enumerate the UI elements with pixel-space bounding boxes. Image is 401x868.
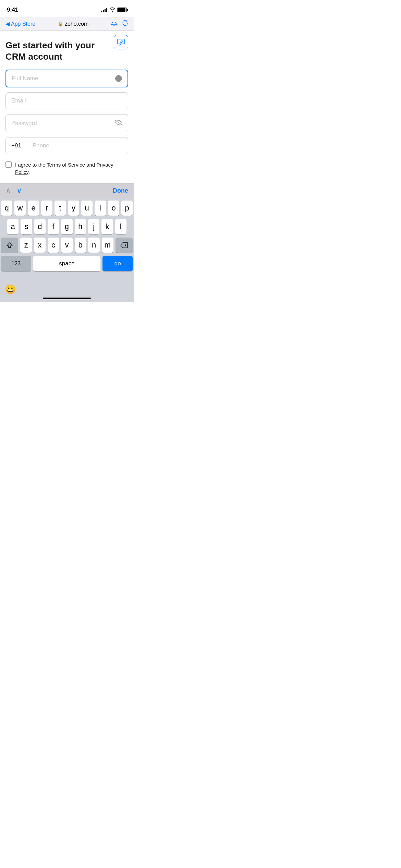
key-i[interactable]: i bbox=[95, 201, 106, 216]
keyboard-row-2: a s d f g h j k l bbox=[1, 219, 133, 234]
key-h[interactable]: h bbox=[75, 219, 86, 234]
feedback-button[interactable] bbox=[114, 35, 128, 49]
next-field-button[interactable]: ∨ bbox=[16, 186, 22, 195]
emoji-button[interactable]: 😀 bbox=[3, 282, 18, 297]
terms-text: I agree to the Terms of Service and Priv… bbox=[15, 161, 128, 176]
key-w[interactable]: w bbox=[14, 201, 26, 216]
home-indicator-area: 😀 bbox=[0, 275, 134, 302]
email-placeholder: Email bbox=[11, 97, 26, 104]
terms-of-service-link[interactable]: Terms of Service bbox=[47, 162, 85, 168]
url-bar[interactable]: 🔒 zoho.com bbox=[58, 21, 88, 27]
key-n[interactable]: n bbox=[88, 238, 100, 253]
key-b[interactable]: b bbox=[75, 238, 86, 253]
key-r[interactable]: r bbox=[41, 201, 52, 216]
go-key[interactable]: go bbox=[102, 256, 133, 271]
key-t[interactable]: t bbox=[54, 201, 66, 216]
nav-actions: AA bbox=[111, 20, 128, 28]
key-o[interactable]: o bbox=[108, 201, 119, 216]
key-s[interactable]: s bbox=[21, 219, 32, 234]
key-z[interactable]: z bbox=[20, 238, 32, 253]
key-f[interactable]: f bbox=[48, 219, 59, 234]
content-area: Get started with your CRM account Full N… bbox=[0, 31, 134, 183]
password-field[interactable]: Password bbox=[5, 114, 128, 132]
wifi-icon bbox=[109, 7, 115, 13]
reload-button[interactable] bbox=[122, 20, 128, 28]
terms-row[interactable]: I agree to the Terms of Service and Priv… bbox=[5, 160, 128, 176]
keyboard: q w e r t y u i o p a s d f g h j k l z … bbox=[0, 198, 134, 275]
terms-period: . bbox=[28, 169, 30, 175]
status-bar: 9:41 bbox=[0, 0, 134, 17]
page-title: Get started with your CRM account bbox=[5, 40, 128, 62]
key-y[interactable]: y bbox=[68, 201, 79, 216]
numbers-key[interactable]: 123 bbox=[1, 256, 31, 271]
keyboard-row-4: 123 space go bbox=[1, 256, 133, 271]
key-x[interactable]: x bbox=[34, 238, 46, 253]
key-c[interactable]: c bbox=[48, 238, 59, 253]
back-label: App Store bbox=[11, 21, 35, 27]
phone-prefix[interactable]: +91 bbox=[6, 137, 27, 154]
keyboard-row-3: z x c v b n m bbox=[1, 238, 133, 253]
key-a[interactable]: a bbox=[7, 219, 19, 234]
keyboard-row-1: q w e r t y u i o p bbox=[1, 201, 133, 216]
email-field[interactable]: Email bbox=[5, 92, 128, 109]
battery-icon bbox=[117, 8, 127, 12]
status-icons bbox=[101, 7, 127, 13]
key-m[interactable]: m bbox=[102, 238, 113, 253]
phone-field[interactable]: +91 Phone bbox=[5, 137, 128, 154]
terms-prefix: I agree to the bbox=[15, 162, 47, 168]
url-text: zoho.com bbox=[65, 21, 88, 27]
previous-field-button[interactable]: ∧ bbox=[5, 186, 11, 195]
key-l[interactable]: l bbox=[115, 219, 126, 234]
phone-placeholder: Phone bbox=[33, 142, 49, 149]
password-visibility-toggle[interactable] bbox=[114, 119, 122, 127]
back-arrow-icon: ◀ bbox=[5, 21, 10, 27]
keyboard-done-button[interactable]: Done bbox=[113, 187, 128, 194]
full-name-placeholder: Full Name bbox=[12, 75, 38, 82]
terms-checkbox[interactable] bbox=[5, 161, 12, 168]
password-placeholder: Password bbox=[11, 120, 37, 127]
key-v[interactable]: v bbox=[61, 238, 73, 253]
signal-icon bbox=[101, 8, 107, 12]
cursor-indicator bbox=[115, 75, 122, 82]
shift-key[interactable] bbox=[1, 238, 18, 253]
key-j[interactable]: j bbox=[88, 219, 99, 234]
backspace-key[interactable] bbox=[116, 238, 133, 253]
key-e[interactable]: e bbox=[28, 201, 39, 216]
toolbar-nav: ∧ ∨ bbox=[5, 186, 22, 195]
lock-icon: 🔒 bbox=[58, 21, 63, 26]
key-p[interactable]: p bbox=[121, 201, 133, 216]
terms-and: and bbox=[85, 162, 96, 168]
status-time: 9:41 bbox=[7, 7, 18, 13]
home-indicator bbox=[43, 298, 91, 299]
key-d[interactable]: d bbox=[34, 219, 46, 234]
text-size-button[interactable]: AA bbox=[111, 21, 117, 27]
space-key[interactable]: space bbox=[33, 256, 101, 271]
phone-number-input[interactable]: Phone bbox=[27, 137, 128, 154]
key-q[interactable]: q bbox=[1, 201, 12, 216]
key-g[interactable]: g bbox=[61, 219, 72, 234]
back-button[interactable]: ◀ App Store bbox=[5, 21, 35, 27]
keyboard-toolbar: ∧ ∨ Done bbox=[0, 183, 134, 198]
key-k[interactable]: k bbox=[101, 219, 113, 234]
nav-bar: ◀ App Store 🔒 zoho.com AA bbox=[0, 17, 134, 31]
full-name-field[interactable]: Full Name bbox=[5, 70, 128, 87]
key-u[interactable]: u bbox=[81, 201, 93, 216]
